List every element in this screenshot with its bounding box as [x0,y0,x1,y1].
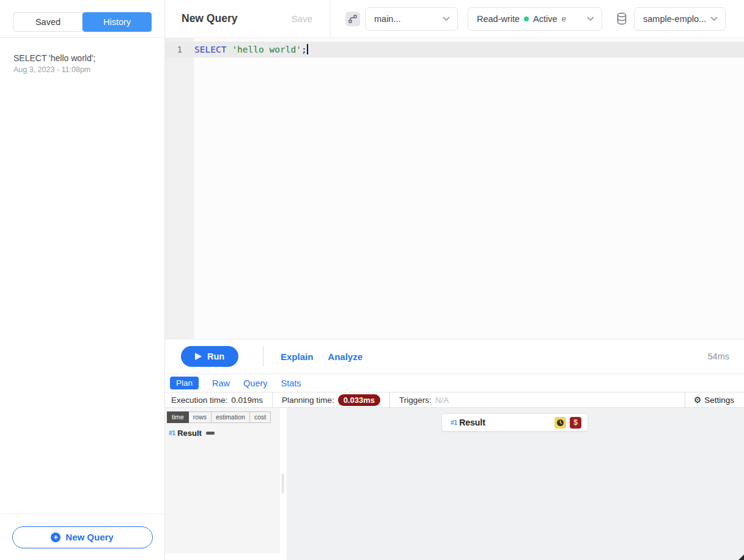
execution-time-label: Execution time: [171,396,227,405]
plus-icon: + [51,532,61,542]
result-tabs: Plan Raw Query Stats [165,374,744,392]
tab-saved[interactable]: Saved [13,12,83,32]
chevron-down-icon [710,17,718,21]
tab-stats[interactable]: Stats [281,378,301,388]
tab-raw[interactable]: Raw [212,378,230,388]
editor-gutter [165,38,194,339]
connection-toolbar: main... Read-write Active e [331,0,744,37]
plan-tree-pane: time rows estimation cost #1 Result [165,408,280,560]
divider [263,346,263,367]
plan-view: time rows estimation cost #1 Result #1 [165,408,744,560]
plan-metric-tabs: time rows estimation cost [167,411,280,423]
save-button[interactable]: Save [292,13,312,24]
horizontal-scrollbar[interactable] [165,553,280,560]
sql-editor[interactable]: 1 SELECT'hello world'; [165,38,744,339]
connection-extra: e [562,14,567,23]
app-window: Saved History SELECT 'hello world'; Aug … [0,0,744,560]
execution-time-value: 0.019ms [231,396,263,405]
pane-resize-divider[interactable] [280,408,287,560]
dollar-badge-icon: $ [570,417,581,429]
connection-mode: Read-write [477,14,520,24]
planning-time-badge: 0.033ms [338,394,380,406]
chevron-down-icon [587,17,594,21]
sidebar-footer: + New Query [0,514,164,560]
main-panel: New Query Save main... [165,0,744,560]
settings-button[interactable]: ⚙ Settings [685,396,744,405]
execution-time-stat: Execution time: 0.019ms [165,396,272,405]
line-number: 1 [165,42,194,57]
plan-tree-node[interactable]: #1 Result [169,429,280,438]
triggers-value: N/A [435,396,449,405]
query-list-tabs: Saved History [13,12,152,32]
database-dropdown-value: sample-emplo... [643,14,706,24]
connection-dropdown[interactable]: Read-write Active e [468,7,602,31]
gear-icon: ⚙ [694,396,702,404]
triggers-label: Triggers: [399,396,432,405]
window-resize-grip[interactable] [738,554,744,560]
sql-keyword: SELECT [194,45,226,54]
tab-plan[interactable]: Plan [170,377,199,389]
tab-query[interactable]: Query [243,378,268,388]
history-item-timestamp: Aug 3, 2023 - 11:08pm [13,65,152,74]
node-label: Result [177,429,202,438]
plan-graph-node[interactable]: #1 Result $ [441,413,588,432]
node-index: #1 [451,419,457,426]
planning-time-label: Planning time: [282,396,334,405]
sql-string: 'hello world' [232,45,301,54]
branch-icon [345,12,360,26]
planning-time-stat: Planning time: 0.033ms [273,394,389,406]
settings-label: Settings [704,396,734,405]
play-icon [195,353,202,360]
metric-tab-cost[interactable]: cost [250,411,271,423]
metric-tab-rows[interactable]: rows [189,411,212,423]
run-button[interactable]: Run [181,346,238,367]
top-bar: New Query Save main... [165,0,744,38]
sidebar: Saved History SELECT 'hello world'; Aug … [0,0,165,560]
node-time-bar [206,432,215,435]
run-bar: Run Explain Analyze 54ms [165,339,744,374]
metric-tab-estimation[interactable]: estimation [212,411,250,423]
plan-stats-bar: Execution time: 0.019ms Planning time: 0… [165,392,744,408]
chevron-down-icon [443,17,450,21]
analyze-link[interactable]: Analyze [328,352,363,362]
branch-dropdown-value: main... [374,14,401,24]
code-line[interactable]: SELECT'hello world'; [194,42,308,57]
tab-history[interactable]: History [83,12,152,32]
database-icon [616,12,628,26]
settings-group: ⚙ Settings [685,392,744,407]
node-index: #1 [169,430,175,437]
history-item-query: SELECT 'hello world'; [13,53,152,64]
sidebar-header: Saved History [0,0,164,38]
status-dot-icon [524,17,529,21]
sql-terminator: ; [301,45,307,54]
connection-status: Active [533,14,558,24]
explain-link[interactable]: Explain [281,352,313,362]
run-label: Run [207,352,224,361]
node-label: Result [459,418,485,427]
clock-badge-icon [554,417,566,429]
new-query-label: New Query [65,532,113,542]
branch-dropdown[interactable]: main... [365,7,458,31]
query-title: New Query [182,12,237,25]
metric-tab-time[interactable]: time [167,411,189,423]
database-dropdown[interactable]: sample-emplo... [634,7,726,31]
triggers-stat: Triggers: N/A [390,396,458,405]
history-list: SELECT 'hello world'; Aug 3, 2023 - 11:0… [0,38,164,74]
text-cursor [307,44,308,54]
plan-graph-pane: #1 Result $ [287,408,744,560]
drag-handle-icon [282,474,284,493]
new-query-button[interactable]: + New Query [12,526,153,548]
query-header: New Query Save [165,0,331,37]
history-list-item[interactable]: SELECT 'hello world'; Aug 3, 2023 - 11:0… [13,53,152,74]
query-duration: 54ms [708,352,729,361]
